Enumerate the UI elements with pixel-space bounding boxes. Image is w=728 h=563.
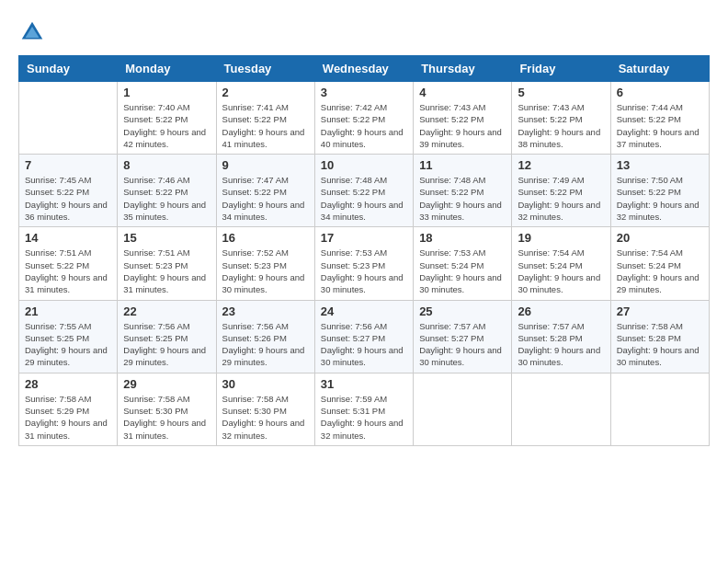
day-info: Sunrise: 7:45 AMSunset: 5:22 PMDaylight:… bbox=[25, 174, 111, 223]
table-cell: 30Sunrise: 7:58 AMSunset: 5:30 PMDayligh… bbox=[216, 373, 314, 445]
table-cell: 20Sunrise: 7:54 AMSunset: 5:24 PMDayligh… bbox=[610, 227, 709, 300]
day-info: Sunrise: 7:58 AMSunset: 5:29 PMDaylight:… bbox=[25, 393, 111, 442]
table-cell: 23Sunrise: 7:56 AMSunset: 5:26 PMDayligh… bbox=[216, 300, 314, 373]
day-info: Sunrise: 7:57 AMSunset: 5:28 PMDaylight:… bbox=[518, 320, 604, 369]
day-number: 1 bbox=[123, 86, 210, 99]
calendar-table: Sunday Monday Tuesday Wednesday Thursday… bbox=[18, 55, 710, 446]
day-info: Sunrise: 7:41 AMSunset: 5:22 PMDaylight:… bbox=[222, 101, 309, 150]
table-cell: 4Sunrise: 7:43 AMSunset: 5:22 PMDaylight… bbox=[414, 82, 512, 155]
logo bbox=[18, 18, 50, 46]
week-row-4: 21Sunrise: 7:55 AMSunset: 5:25 PMDayligh… bbox=[19, 300, 710, 373]
day-info: Sunrise: 7:40 AMSunset: 5:22 PMDaylight:… bbox=[123, 101, 210, 150]
day-info: Sunrise: 7:42 AMSunset: 5:22 PMDaylight:… bbox=[321, 101, 407, 150]
day-number: 2 bbox=[222, 86, 309, 99]
day-number: 28 bbox=[25, 377, 111, 391]
day-number: 11 bbox=[419, 158, 506, 172]
day-info: Sunrise: 7:53 AMSunset: 5:24 PMDaylight:… bbox=[419, 247, 506, 295]
table-cell: 19Sunrise: 7:54 AMSunset: 5:24 PMDayligh… bbox=[512, 227, 610, 300]
day-number: 21 bbox=[25, 304, 111, 318]
table-cell: 11Sunrise: 7:48 AMSunset: 5:22 PMDayligh… bbox=[414, 155, 512, 227]
day-info: Sunrise: 7:48 AMSunset: 5:22 PMDaylight:… bbox=[419, 174, 506, 223]
col-sunday: Sunday bbox=[19, 56, 118, 82]
table-cell bbox=[414, 373, 512, 445]
day-info: Sunrise: 7:51 AMSunset: 5:22 PMDaylight:… bbox=[25, 247, 111, 295]
day-number: 27 bbox=[617, 304, 703, 318]
table-cell: 31Sunrise: 7:59 AMSunset: 5:31 PMDayligh… bbox=[314, 373, 413, 445]
table-cell: 1Sunrise: 7:40 AMSunset: 5:22 PMDaylight… bbox=[118, 82, 216, 155]
day-number: 6 bbox=[617, 86, 703, 99]
day-number: 16 bbox=[222, 231, 309, 245]
table-cell bbox=[19, 82, 118, 155]
col-wednesday: Wednesday bbox=[314, 56, 413, 82]
day-number: 24 bbox=[321, 304, 407, 318]
week-row-2: 7Sunrise: 7:45 AMSunset: 5:22 PMDaylight… bbox=[19, 155, 710, 227]
day-number: 7 bbox=[25, 158, 111, 172]
day-info: Sunrise: 7:46 AMSunset: 5:22 PMDaylight:… bbox=[123, 174, 210, 223]
table-cell: 12Sunrise: 7:49 AMSunset: 5:22 PMDayligh… bbox=[512, 155, 610, 227]
day-number: 22 bbox=[123, 304, 210, 318]
day-info: Sunrise: 7:49 AMSunset: 5:22 PMDaylight:… bbox=[518, 174, 604, 223]
day-number: 8 bbox=[123, 158, 210, 172]
day-number: 14 bbox=[25, 231, 111, 245]
day-info: Sunrise: 7:58 AMSunset: 5:30 PMDaylight:… bbox=[123, 393, 210, 442]
day-info: Sunrise: 7:57 AMSunset: 5:27 PMDaylight:… bbox=[419, 320, 506, 369]
table-cell: 10Sunrise: 7:48 AMSunset: 5:22 PMDayligh… bbox=[314, 155, 413, 227]
day-info: Sunrise: 7:51 AMSunset: 5:23 PMDaylight:… bbox=[123, 247, 210, 295]
day-info: Sunrise: 7:54 AMSunset: 5:24 PMDaylight:… bbox=[617, 247, 703, 295]
table-cell: 18Sunrise: 7:53 AMSunset: 5:24 PMDayligh… bbox=[414, 227, 512, 300]
day-number: 15 bbox=[123, 231, 210, 245]
day-info: Sunrise: 7:43 AMSunset: 5:22 PMDaylight:… bbox=[419, 101, 506, 150]
calendar-header-row: Sunday Monday Tuesday Wednesday Thursday… bbox=[19, 56, 710, 82]
day-info: Sunrise: 7:53 AMSunset: 5:23 PMDaylight:… bbox=[321, 247, 407, 295]
day-number: 20 bbox=[617, 231, 703, 245]
day-info: Sunrise: 7:47 AMSunset: 5:22 PMDaylight:… bbox=[222, 174, 309, 223]
page-header bbox=[18, 18, 710, 46]
day-info: Sunrise: 7:56 AMSunset: 5:27 PMDaylight:… bbox=[321, 320, 407, 369]
day-number: 9 bbox=[222, 158, 309, 172]
table-cell: 25Sunrise: 7:57 AMSunset: 5:27 PMDayligh… bbox=[414, 300, 512, 373]
col-tuesday: Tuesday bbox=[216, 56, 314, 82]
day-number: 4 bbox=[419, 86, 506, 99]
day-info: Sunrise: 7:43 AMSunset: 5:22 PMDaylight:… bbox=[518, 101, 604, 150]
week-row-5: 28Sunrise: 7:58 AMSunset: 5:29 PMDayligh… bbox=[19, 373, 710, 445]
day-number: 18 bbox=[419, 231, 506, 245]
day-info: Sunrise: 7:50 AMSunset: 5:22 PMDaylight:… bbox=[617, 174, 703, 223]
col-thursday: Thursday bbox=[414, 56, 512, 82]
day-info: Sunrise: 7:54 AMSunset: 5:24 PMDaylight:… bbox=[518, 247, 604, 295]
table-cell: 2Sunrise: 7:41 AMSunset: 5:22 PMDaylight… bbox=[216, 82, 314, 155]
table-cell: 8Sunrise: 7:46 AMSunset: 5:22 PMDaylight… bbox=[118, 155, 216, 227]
table-cell bbox=[610, 373, 709, 445]
table-cell bbox=[512, 373, 610, 445]
day-number: 3 bbox=[321, 86, 407, 99]
day-number: 10 bbox=[321, 158, 407, 172]
table-cell: 26Sunrise: 7:57 AMSunset: 5:28 PMDayligh… bbox=[512, 300, 610, 373]
table-cell: 9Sunrise: 7:47 AMSunset: 5:22 PMDaylight… bbox=[216, 155, 314, 227]
day-number: 26 bbox=[518, 304, 604, 318]
day-number: 30 bbox=[222, 377, 309, 391]
table-cell: 17Sunrise: 7:53 AMSunset: 5:23 PMDayligh… bbox=[314, 227, 413, 300]
day-info: Sunrise: 7:59 AMSunset: 5:31 PMDaylight:… bbox=[321, 393, 407, 442]
table-cell: 15Sunrise: 7:51 AMSunset: 5:23 PMDayligh… bbox=[118, 227, 216, 300]
week-row-1: 1Sunrise: 7:40 AMSunset: 5:22 PMDaylight… bbox=[19, 82, 710, 155]
table-cell: 24Sunrise: 7:56 AMSunset: 5:27 PMDayligh… bbox=[314, 300, 413, 373]
day-info: Sunrise: 7:44 AMSunset: 5:22 PMDaylight:… bbox=[617, 101, 703, 150]
day-number: 25 bbox=[419, 304, 506, 318]
day-info: Sunrise: 7:58 AMSunset: 5:28 PMDaylight:… bbox=[617, 320, 703, 369]
day-number: 19 bbox=[518, 231, 604, 245]
day-number: 23 bbox=[222, 304, 309, 318]
table-cell: 27Sunrise: 7:58 AMSunset: 5:28 PMDayligh… bbox=[610, 300, 709, 373]
day-number: 12 bbox=[518, 158, 604, 172]
day-info: Sunrise: 7:55 AMSunset: 5:25 PMDaylight:… bbox=[25, 320, 111, 369]
day-info: Sunrise: 7:58 AMSunset: 5:30 PMDaylight:… bbox=[222, 393, 309, 442]
day-info: Sunrise: 7:56 AMSunset: 5:26 PMDaylight:… bbox=[222, 320, 309, 369]
day-info: Sunrise: 7:52 AMSunset: 5:23 PMDaylight:… bbox=[222, 247, 309, 295]
col-saturday: Saturday bbox=[610, 56, 709, 82]
table-cell: 21Sunrise: 7:55 AMSunset: 5:25 PMDayligh… bbox=[19, 300, 118, 373]
table-cell: 7Sunrise: 7:45 AMSunset: 5:22 PMDaylight… bbox=[19, 155, 118, 227]
table-cell: 5Sunrise: 7:43 AMSunset: 5:22 PMDaylight… bbox=[512, 82, 610, 155]
day-info: Sunrise: 7:48 AMSunset: 5:22 PMDaylight:… bbox=[321, 174, 407, 223]
table-cell: 22Sunrise: 7:56 AMSunset: 5:25 PMDayligh… bbox=[118, 300, 216, 373]
table-cell: 16Sunrise: 7:52 AMSunset: 5:23 PMDayligh… bbox=[216, 227, 314, 300]
day-number: 5 bbox=[518, 86, 604, 99]
logo-icon bbox=[18, 18, 46, 46]
